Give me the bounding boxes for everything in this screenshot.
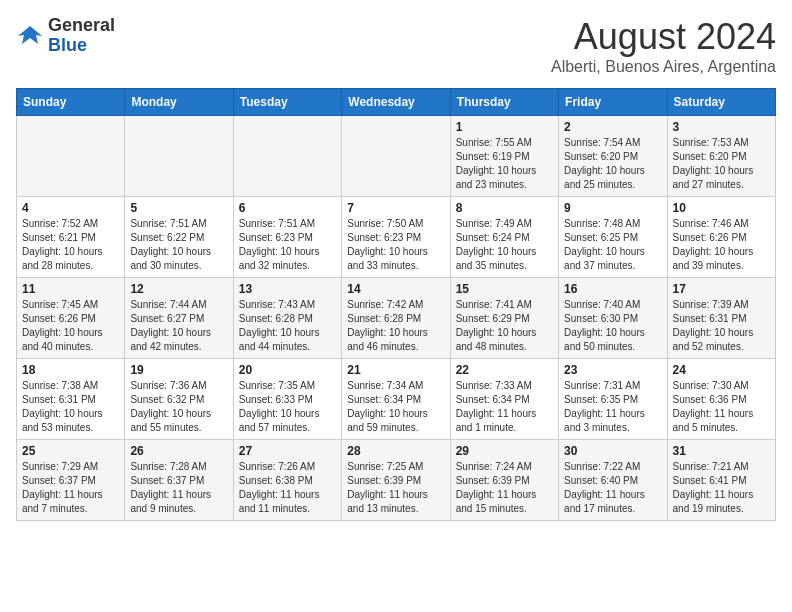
weekday-header-saturday: Saturday <box>667 89 775 116</box>
day-number: 6 <box>239 201 336 215</box>
day-info: Sunrise: 7:52 AM Sunset: 6:21 PM Dayligh… <box>22 217 119 273</box>
calendar-cell: 3Sunrise: 7:53 AM Sunset: 6:20 PM Daylig… <box>667 116 775 197</box>
day-info: Sunrise: 7:30 AM Sunset: 6:36 PM Dayligh… <box>673 379 770 435</box>
calendar-cell: 17Sunrise: 7:39 AM Sunset: 6:31 PM Dayli… <box>667 278 775 359</box>
day-number: 29 <box>456 444 553 458</box>
day-info: Sunrise: 7:26 AM Sunset: 6:38 PM Dayligh… <box>239 460 336 516</box>
week-row-3: 11Sunrise: 7:45 AM Sunset: 6:26 PM Dayli… <box>17 278 776 359</box>
calendar-cell: 29Sunrise: 7:24 AM Sunset: 6:39 PM Dayli… <box>450 440 558 521</box>
calendar-cell <box>342 116 450 197</box>
day-info: Sunrise: 7:38 AM Sunset: 6:31 PM Dayligh… <box>22 379 119 435</box>
month-title: August 2024 <box>551 16 776 58</box>
day-number: 10 <box>673 201 770 215</box>
day-info: Sunrise: 7:21 AM Sunset: 6:41 PM Dayligh… <box>673 460 770 516</box>
day-number: 13 <box>239 282 336 296</box>
day-info: Sunrise: 7:24 AM Sunset: 6:39 PM Dayligh… <box>456 460 553 516</box>
calendar-cell: 25Sunrise: 7:29 AM Sunset: 6:37 PM Dayli… <box>17 440 125 521</box>
calendar-cell: 27Sunrise: 7:26 AM Sunset: 6:38 PM Dayli… <box>233 440 341 521</box>
logo-bird-icon <box>16 22 44 50</box>
calendar-cell: 8Sunrise: 7:49 AM Sunset: 6:24 PM Daylig… <box>450 197 558 278</box>
calendar-cell: 18Sunrise: 7:38 AM Sunset: 6:31 PM Dayli… <box>17 359 125 440</box>
weekday-header-row: SundayMondayTuesdayWednesdayThursdayFrid… <box>17 89 776 116</box>
day-info: Sunrise: 7:48 AM Sunset: 6:25 PM Dayligh… <box>564 217 661 273</box>
day-number: 15 <box>456 282 553 296</box>
day-info: Sunrise: 7:33 AM Sunset: 6:34 PM Dayligh… <box>456 379 553 435</box>
calendar-cell: 5Sunrise: 7:51 AM Sunset: 6:22 PM Daylig… <box>125 197 233 278</box>
day-info: Sunrise: 7:51 AM Sunset: 6:22 PM Dayligh… <box>130 217 227 273</box>
calendar-cell: 9Sunrise: 7:48 AM Sunset: 6:25 PM Daylig… <box>559 197 667 278</box>
calendar-table: SundayMondayTuesdayWednesdayThursdayFrid… <box>16 88 776 521</box>
logo-blue: Blue <box>48 35 87 55</box>
calendar-cell: 15Sunrise: 7:41 AM Sunset: 6:29 PM Dayli… <box>450 278 558 359</box>
day-number: 23 <box>564 363 661 377</box>
page-header: General Blue August 2024 Alberti, Buenos… <box>16 16 776 76</box>
day-number: 22 <box>456 363 553 377</box>
calendar-cell: 7Sunrise: 7:50 AM Sunset: 6:23 PM Daylig… <box>342 197 450 278</box>
day-info: Sunrise: 7:34 AM Sunset: 6:34 PM Dayligh… <box>347 379 444 435</box>
weekday-header-thursday: Thursday <box>450 89 558 116</box>
day-info: Sunrise: 7:29 AM Sunset: 6:37 PM Dayligh… <box>22 460 119 516</box>
day-number: 11 <box>22 282 119 296</box>
day-number: 17 <box>673 282 770 296</box>
weekday-header-tuesday: Tuesday <box>233 89 341 116</box>
day-number: 3 <box>673 120 770 134</box>
day-info: Sunrise: 7:35 AM Sunset: 6:33 PM Dayligh… <box>239 379 336 435</box>
day-info: Sunrise: 7:51 AM Sunset: 6:23 PM Dayligh… <box>239 217 336 273</box>
calendar-cell: 24Sunrise: 7:30 AM Sunset: 6:36 PM Dayli… <box>667 359 775 440</box>
day-number: 5 <box>130 201 227 215</box>
calendar-cell: 2Sunrise: 7:54 AM Sunset: 6:20 PM Daylig… <box>559 116 667 197</box>
title-block: August 2024 Alberti, Buenos Aires, Argen… <box>551 16 776 76</box>
day-info: Sunrise: 7:45 AM Sunset: 6:26 PM Dayligh… <box>22 298 119 354</box>
day-number: 4 <box>22 201 119 215</box>
day-info: Sunrise: 7:44 AM Sunset: 6:27 PM Dayligh… <box>130 298 227 354</box>
day-number: 18 <box>22 363 119 377</box>
calendar-cell: 19Sunrise: 7:36 AM Sunset: 6:32 PM Dayli… <box>125 359 233 440</box>
day-number: 20 <box>239 363 336 377</box>
day-info: Sunrise: 7:55 AM Sunset: 6:19 PM Dayligh… <box>456 136 553 192</box>
day-info: Sunrise: 7:53 AM Sunset: 6:20 PM Dayligh… <box>673 136 770 192</box>
calendar-cell: 20Sunrise: 7:35 AM Sunset: 6:33 PM Dayli… <box>233 359 341 440</box>
logo: General Blue <box>16 16 115 56</box>
calendar-cell: 4Sunrise: 7:52 AM Sunset: 6:21 PM Daylig… <box>17 197 125 278</box>
calendar-cell <box>125 116 233 197</box>
day-number: 9 <box>564 201 661 215</box>
day-info: Sunrise: 7:49 AM Sunset: 6:24 PM Dayligh… <box>456 217 553 273</box>
calendar-cell: 31Sunrise: 7:21 AM Sunset: 6:41 PM Dayli… <box>667 440 775 521</box>
calendar-cell: 30Sunrise: 7:22 AM Sunset: 6:40 PM Dayli… <box>559 440 667 521</box>
day-info: Sunrise: 7:43 AM Sunset: 6:28 PM Dayligh… <box>239 298 336 354</box>
calendar-cell: 26Sunrise: 7:28 AM Sunset: 6:37 PM Dayli… <box>125 440 233 521</box>
calendar-cell: 1Sunrise: 7:55 AM Sunset: 6:19 PM Daylig… <box>450 116 558 197</box>
calendar-cell: 23Sunrise: 7:31 AM Sunset: 6:35 PM Dayli… <box>559 359 667 440</box>
calendar-cell: 10Sunrise: 7:46 AM Sunset: 6:26 PM Dayli… <box>667 197 775 278</box>
calendar-cell <box>233 116 341 197</box>
week-row-1: 1Sunrise: 7:55 AM Sunset: 6:19 PM Daylig… <box>17 116 776 197</box>
day-info: Sunrise: 7:41 AM Sunset: 6:29 PM Dayligh… <box>456 298 553 354</box>
day-number: 2 <box>564 120 661 134</box>
day-info: Sunrise: 7:50 AM Sunset: 6:23 PM Dayligh… <box>347 217 444 273</box>
calendar-cell: 21Sunrise: 7:34 AM Sunset: 6:34 PM Dayli… <box>342 359 450 440</box>
weekday-header-monday: Monday <box>125 89 233 116</box>
day-number: 16 <box>564 282 661 296</box>
calendar-cell: 28Sunrise: 7:25 AM Sunset: 6:39 PM Dayli… <box>342 440 450 521</box>
day-number: 19 <box>130 363 227 377</box>
day-number: 24 <box>673 363 770 377</box>
day-info: Sunrise: 7:25 AM Sunset: 6:39 PM Dayligh… <box>347 460 444 516</box>
day-info: Sunrise: 7:28 AM Sunset: 6:37 PM Dayligh… <box>130 460 227 516</box>
calendar-cell <box>17 116 125 197</box>
day-info: Sunrise: 7:22 AM Sunset: 6:40 PM Dayligh… <box>564 460 661 516</box>
weekday-header-sunday: Sunday <box>17 89 125 116</box>
calendar-cell: 11Sunrise: 7:45 AM Sunset: 6:26 PM Dayli… <box>17 278 125 359</box>
day-number: 14 <box>347 282 444 296</box>
week-row-2: 4Sunrise: 7:52 AM Sunset: 6:21 PM Daylig… <box>17 197 776 278</box>
calendar-cell: 13Sunrise: 7:43 AM Sunset: 6:28 PM Dayli… <box>233 278 341 359</box>
location-title: Alberti, Buenos Aires, Argentina <box>551 58 776 76</box>
day-number: 31 <box>673 444 770 458</box>
day-info: Sunrise: 7:46 AM Sunset: 6:26 PM Dayligh… <box>673 217 770 273</box>
calendar-cell: 6Sunrise: 7:51 AM Sunset: 6:23 PM Daylig… <box>233 197 341 278</box>
day-number: 26 <box>130 444 227 458</box>
week-row-4: 18Sunrise: 7:38 AM Sunset: 6:31 PM Dayli… <box>17 359 776 440</box>
day-number: 30 <box>564 444 661 458</box>
day-info: Sunrise: 7:54 AM Sunset: 6:20 PM Dayligh… <box>564 136 661 192</box>
calendar-cell: 22Sunrise: 7:33 AM Sunset: 6:34 PM Dayli… <box>450 359 558 440</box>
day-number: 7 <box>347 201 444 215</box>
